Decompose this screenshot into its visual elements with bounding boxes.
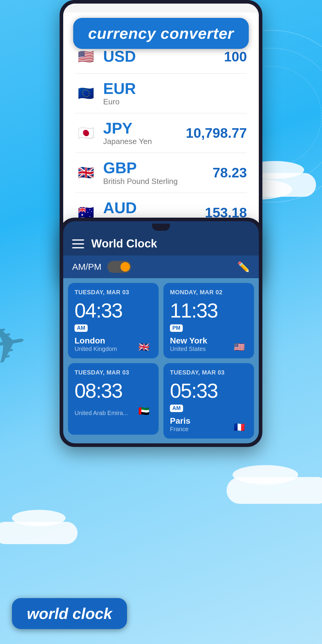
world-clock-screen: World Clock AM/PM ✏️ TUESDAY, MAR 03 04:… — [63, 221, 259, 443]
uae-time: 08:33 — [75, 379, 152, 402]
london-city-info: London United Kingdom — [75, 336, 117, 352]
world-clock-label: world clock — [27, 605, 112, 622]
clock-card-uae[interactable]: TUESDAY, MAR 03 08:33 United Arab Emira.… — [68, 363, 159, 435]
uae-date: TUESDAY, MAR 03 — [75, 369, 152, 376]
world-clock-title: World Clock — [91, 237, 250, 250]
gbp-name: British Pound Sterling — [103, 177, 213, 186]
usd-flag: 🇺🇸 — [75, 46, 97, 67]
uae-flag: 🇦🇪 — [135, 405, 152, 417]
currency-row-jpy: 🇯🇵 JPY Japanese Yen 10,798.77 — [75, 113, 247, 153]
jpy-name: Japanese Yen — [103, 137, 186, 146]
jpy-info: JPY Japanese Yen — [103, 120, 186, 146]
airplane-decoration: ✈ — [0, 309, 32, 379]
world-clock-phone: World Clock AM/PM ✏️ TUESDAY, MAR 03 04:… — [60, 218, 262, 447]
currency-converter-label: currency converter — [88, 25, 234, 42]
paris-ampm: AM — [170, 405, 183, 412]
gbp-code: GBP — [103, 160, 213, 177]
paris-country: France — [170, 426, 191, 433]
london-ampm: AM — [75, 324, 88, 332]
jpy-value: 10,798.77 — [186, 125, 247, 141]
paris-city: Paris — [170, 416, 191, 426]
eur-code: EUR — [103, 80, 247, 97]
ampm-toggle-bar: AM/PM ✏️ — [63, 256, 259, 278]
paris-city-info: Paris France — [170, 416, 191, 433]
clock-card-paris[interactable]: TUESDAY, MAR 03 05:33 AM Paris France 🇫🇷 — [163, 363, 254, 439]
eur-info: EUR Euro — [103, 80, 247, 106]
gbp-info: GBP British Pound Sterling — [103, 160, 213, 186]
london-city-row: London United Kingdom 🇬🇧 — [75, 336, 152, 352]
newyork-ampm: PM — [170, 324, 183, 332]
usd-value: 100 — [224, 49, 247, 65]
hamburger-menu-button[interactable] — [72, 239, 84, 248]
ampm-label: AM/PM — [72, 262, 101, 272]
london-flag: 🇬🇧 — [135, 341, 152, 352]
london-country: United Kingdom — [75, 346, 117, 352]
paris-flag: 🇫🇷 — [231, 421, 247, 433]
clock-card-newyork[interactable]: MONDAY, MAR 02 11:33 PM New York United … — [163, 283, 254, 358]
newyork-city: New York — [170, 336, 207, 346]
paris-city-row: Paris France 🇫🇷 — [170, 416, 247, 433]
london-city: London — [75, 336, 117, 346]
world-clock-header: World Clock — [63, 231, 259, 256]
currency-row-gbp: 🇬🇧 GBP British Pound Sterling 78.23 — [75, 153, 247, 193]
uae-city-info: United Arab Emira... — [75, 410, 128, 417]
eur-flag: 🇪🇺 — [75, 83, 97, 104]
toggle-knob — [120, 262, 130, 272]
newyork-flag: 🇺🇸 — [231, 341, 247, 352]
newyork-city-info: New York United States — [170, 336, 207, 352]
gbp-value: 78.23 — [213, 165, 247, 181]
paris-time: 05:33 — [170, 379, 247, 402]
paris-date: TUESDAY, MAR 03 — [170, 369, 247, 376]
world-clock-badge: world clock — [12, 598, 127, 629]
edit-button[interactable]: ✏️ — [237, 261, 250, 273]
aud-code: AUD — [103, 199, 205, 216]
page: ✈ 100 USD equals: 🇺🇸 USD 100 🇪🇺 — [0, 0, 322, 644]
usd-code: USD — [103, 48, 224, 65]
currency-row-eur: 🇪🇺 EUR Euro — [75, 74, 247, 113]
newyork-country: United States — [170, 346, 207, 352]
phone-notch — [152, 224, 170, 231]
uae-city: United Arab Emira... — [75, 410, 128, 417]
usd-info: USD — [103, 48, 224, 65]
newyork-time: 11:33 — [170, 299, 247, 322]
currency-converter-badge: currency converter — [73, 18, 249, 49]
clock-grid: TUESDAY, MAR 03 04:33 AM London United K… — [63, 278, 259, 443]
newyork-city-row: New York United States 🇺🇸 — [170, 336, 247, 352]
jpy-code: JPY — [103, 120, 186, 137]
jpy-flag: 🇯🇵 — [75, 122, 97, 144]
gbp-flag: 🇬🇧 — [75, 162, 97, 183]
london-time: 04:33 — [75, 299, 152, 322]
newyork-date: MONDAY, MAR 02 — [170, 289, 247, 296]
eur-name: Euro — [103, 97, 247, 106]
clock-card-london[interactable]: TUESDAY, MAR 03 04:33 AM London United K… — [68, 283, 159, 358]
uae-city-row: United Arab Emira... 🇦🇪 — [75, 405, 152, 417]
ampm-toggle[interactable] — [107, 261, 131, 273]
london-date: TUESDAY, MAR 03 — [75, 289, 152, 296]
